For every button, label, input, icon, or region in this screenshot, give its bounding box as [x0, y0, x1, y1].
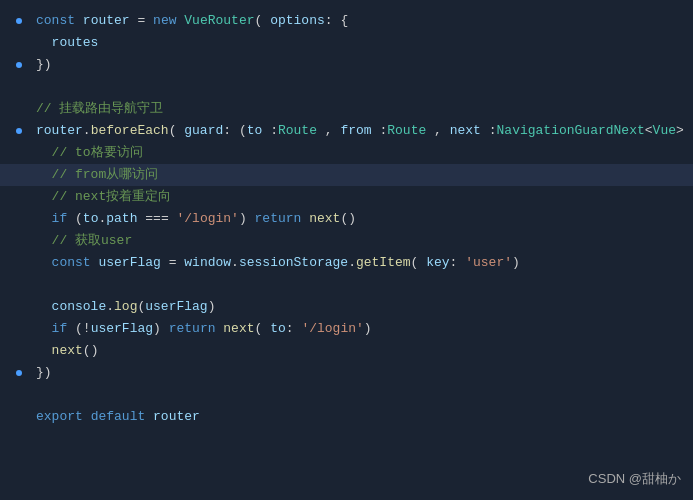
code-line-6: router.beforeEach( guard: (to :Route , f…	[0, 120, 693, 142]
line-content-16: next()	[28, 341, 693, 361]
code-line-9: // next按着重定向	[0, 186, 693, 208]
code-line-17: })	[0, 362, 693, 384]
watermark: CSDN @甜柚か	[588, 470, 681, 488]
code-line-4	[0, 76, 693, 98]
line-content-11: // 获取user	[28, 231, 693, 251]
line-content-9: // next按着重定向	[28, 187, 693, 207]
code-line-2: routes	[0, 32, 693, 54]
gutter-3	[0, 62, 28, 68]
line-content-3: })	[28, 55, 693, 75]
line-content-12: const userFlag = window.sessionStorage.g…	[28, 253, 693, 273]
line-content-8: // from从哪访问	[28, 165, 693, 185]
line-content-7: // to格要访问	[28, 143, 693, 163]
code-line-14: console.log(userFlag)	[0, 296, 693, 318]
code-line-13	[0, 274, 693, 296]
code-line-15: if (!userFlag) return next( to: '/login'…	[0, 318, 693, 340]
gutter-dot-6	[16, 128, 22, 134]
code-line-8: // from从哪访问	[0, 164, 693, 186]
code-line-7: // to格要访问	[0, 142, 693, 164]
code-line-3: })	[0, 54, 693, 76]
line-content-1: const router = new VueRouter( options: {	[28, 11, 693, 31]
line-content-6: router.beforeEach( guard: (to :Route , f…	[28, 121, 693, 141]
code-line-18	[0, 384, 693, 406]
code-line-11: // 获取user	[0, 230, 693, 252]
code-line-1: const router = new VueRouter( options: {	[0, 10, 693, 32]
gutter-17	[0, 370, 28, 376]
gutter-dot-17	[16, 370, 22, 376]
code-line-10: if (to.path === '/login') return next()	[0, 208, 693, 230]
line-content-17: })	[28, 363, 693, 383]
code-line-19: export default router	[0, 406, 693, 428]
line-content-14: console.log(userFlag)	[28, 297, 693, 317]
line-content-18	[28, 385, 693, 405]
code-line-16: next()	[0, 340, 693, 362]
gutter-dot-3	[16, 62, 22, 68]
gutter-1	[0, 18, 28, 24]
line-content-19: export default router	[28, 407, 693, 427]
line-content-10: if (to.path === '/login') return next()	[28, 209, 693, 229]
line-content-2: routes	[28, 33, 693, 53]
code-line-12: const userFlag = window.sessionStorage.g…	[0, 252, 693, 274]
line-content-5: // 挂载路由导航守卫	[28, 99, 693, 119]
code-editor: const router = new VueRouter( options: {…	[0, 0, 693, 500]
line-content-13	[28, 275, 693, 295]
gutter-dot-1	[16, 18, 22, 24]
gutter-6	[0, 128, 28, 134]
line-content-15: if (!userFlag) return next( to: '/login'…	[28, 319, 693, 339]
line-content-4	[28, 77, 693, 97]
code-line-5: // 挂载路由导航守卫	[0, 98, 693, 120]
